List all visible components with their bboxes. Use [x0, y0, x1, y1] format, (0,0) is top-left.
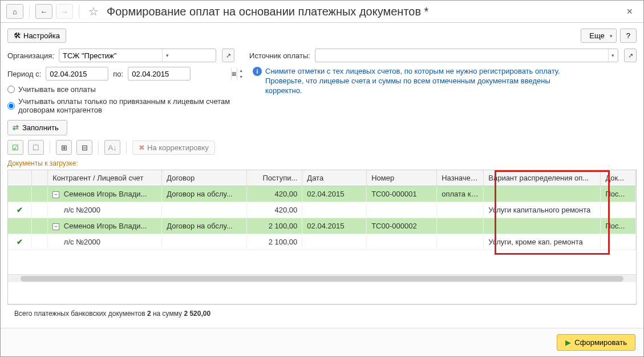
source-label: Источник оплаты:	[249, 51, 310, 60]
expand-all-button[interactable]: ⊞	[56, 140, 72, 155]
col-purpose[interactable]: Назначен...	[437, 170, 484, 186]
source-field[interactable]: ▾	[315, 49, 618, 62]
fill-button[interactable]: ⇄ Заполнить	[7, 120, 67, 135]
forward-button[interactable]: →	[56, 4, 73, 19]
table-row[interactable]: ✔ л/с №20002 100,00Услуги, кроме кап. ре…	[8, 234, 636, 250]
source-input[interactable]	[315, 49, 608, 62]
col-contractor[interactable]: Контрагент / Лицевой счет	[48, 170, 162, 186]
correction-button: ✖ На корректировку	[132, 141, 215, 155]
section-label: Документы к загрузке:	[7, 159, 637, 167]
collapse-all-button[interactable]: ⊟	[76, 140, 92, 155]
table-row[interactable]: ✔ л/с №2000420,00Услуги капитального рем…	[8, 202, 636, 218]
spin-up-icon[interactable]: ▲	[237, 67, 245, 74]
col-date[interactable]: Дата	[302, 170, 367, 186]
org-label: Организация:	[7, 51, 54, 60]
x-icon: ✖	[139, 143, 145, 152]
source-open-button[interactable]: ↗	[624, 49, 637, 62]
more-button[interactable]: Еще	[581, 29, 616, 43]
favorite-icon[interactable]: ☆	[88, 5, 99, 18]
separator	[50, 141, 50, 154]
dropdown-icon[interactable]: ▾	[162, 49, 172, 62]
separator	[126, 141, 127, 154]
org-open-button[interactable]: ↗	[222, 49, 234, 62]
collapse-icon[interactable]: −	[52, 223, 59, 230]
table-row[interactable]: − Семенов Игорь Влади...Договор на обслу…	[8, 186, 636, 202]
col-contract[interactable]: Договор	[162, 170, 247, 186]
col-doc[interactable]: Док...	[601, 170, 636, 186]
spin-down-icon[interactable]: ▼	[237, 74, 245, 80]
play-icon: ▶	[565, 338, 571, 347]
col-variant[interactable]: Вариант распределения оп...	[484, 170, 601, 186]
close-icon[interactable]: ✕	[622, 5, 638, 18]
settings-button[interactable]: 🛠 Настройка	[7, 29, 66, 43]
refresh-icon: ⇄	[13, 123, 19, 132]
table-row[interactable]: − Семенов Игорь Влади...Договор на обслу…	[8, 218, 636, 234]
info-icon: i	[253, 67, 262, 76]
col-check[interactable]	[8, 170, 31, 186]
form-button[interactable]: ▶ Сформировать	[557, 334, 635, 351]
radio-all-input[interactable]	[7, 86, 15, 93]
separator	[29, 5, 30, 18]
col-index[interactable]	[31, 170, 48, 186]
sort-button[interactable]: A↓	[104, 140, 120, 155]
org-input[interactable]	[59, 49, 162, 62]
calendar-icon[interactable]: ▦	[231, 67, 237, 80]
col-amount[interactable]: Поступи...	[246, 170, 302, 186]
col-number[interactable]: Номер	[367, 170, 437, 186]
help-button[interactable]: ?	[620, 29, 637, 43]
uncheck-all-button[interactable]: ☐	[28, 140, 44, 155]
dropdown-icon[interactable]: ▾	[608, 49, 618, 62]
radio-all[interactable]: Учитывать все оплаты	[7, 85, 236, 94]
date-from-field[interactable]: ▦ ▲ ▼	[46, 67, 108, 81]
period-from-label: Период с:	[7, 70, 41, 78]
radio-linked-input[interactable]	[7, 102, 15, 110]
radio-linked[interactable]: Учитывать оплаты только по привязанным к…	[7, 97, 236, 114]
page-title: Формирование оплат на основании платежны…	[107, 5, 618, 18]
separator	[98, 141, 99, 154]
home-button[interactable]: ⌂	[6, 4, 23, 19]
collapse-icon[interactable]: −	[52, 191, 59, 198]
period-to-label: по:	[113, 70, 123, 78]
documents-table[interactable]: Контрагент / Лицевой счет Договор Поступ…	[7, 170, 637, 304]
wrench-icon: 🛠	[14, 31, 21, 40]
info-text: Снимите отметки с тех лицевых счетов, по…	[265, 67, 585, 96]
back-button[interactable]: ←	[35, 4, 52, 19]
separator	[79, 5, 79, 18]
check-all-button[interactable]: ☑	[7, 140, 23, 155]
date-to-field[interactable]: ▦ ▲ ▼	[128, 67, 191, 81]
summary-bar: Всего платежных банковских документов 2 …	[7, 304, 637, 322]
horizontal-scrollbar[interactable]	[8, 274, 636, 282]
date-to-input[interactable]	[128, 67, 231, 80]
org-field[interactable]: ▾	[59, 49, 216, 62]
